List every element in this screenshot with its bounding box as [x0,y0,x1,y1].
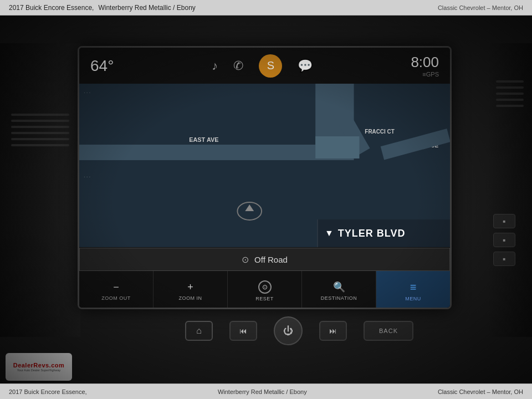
back-button[interactable]: BACK [364,321,413,341]
zoom-in-icon: + [187,282,193,293]
street-arrow-icon: ▼ [325,228,334,238]
svg-text:FRACCI CT: FRACCI CT [365,129,394,135]
dashboard: ■ ■ ■ 64° ♪ ✆ S 💬 [0,16,532,383]
home-button[interactable]: ⌂ [185,321,213,341]
logo-tagline: Your Auto Dealer SuperHighway [17,369,61,372]
vent-slots-left [11,110,69,150]
menu-button[interactable]: ≡ MENU [376,271,450,309]
dealer-logo: DealerRevs.com Your Auto Dealer SuperHig… [6,353,72,381]
infotainment-screen[interactable]: 64° ♪ ✆ S 💬 8:00 ≡GPS [78,46,452,309]
zoom-out-label: ZOOM OUT [101,295,131,301]
right-side-buttons: ■ ■ ■ [493,209,515,270]
top-car-color: Winterberry Red Metallic / Ebony [98,4,195,12]
top-bar-left: 2017 Buick Encore Essence, Winterberry R… [9,4,196,12]
svg-rect-1 [79,145,354,160]
zoom-in-button[interactable]: + ZOOM IN [154,271,228,309]
gps-label: ≡GPS [411,71,439,78]
bottom-car-model: 2017 Buick Encore Essence, [9,388,87,395]
prev-track-button[interactable]: ⏮ [229,321,257,341]
siri-icon[interactable]: S [259,54,282,78]
vent-slots-right [496,76,524,111]
bottom-car-color: Winterberry Red Metallic / Ebony [218,388,307,395]
destination-button[interactable]: 🔍 DESTINATION [302,271,376,309]
left-vent-area [0,43,80,337]
street-name: TYLER BLVD [338,228,406,239]
temperature: 64° [90,57,114,74]
watermark-top-left: ... [84,88,91,94]
off-road-text: Off Road [254,255,288,264]
photo-area: ■ ■ ■ 64° ♪ ✆ S 💬 [0,16,532,383]
screen-time: 8:00 ≡GPS [411,54,439,78]
screen-top-bar: 64° ♪ ✆ S 💬 8:00 ≡GPS [79,48,450,84]
next-track-button[interactable]: ⏭ [319,321,347,341]
bottom-dealer: Classic Chevrolet – Mentor, OH [438,388,523,395]
svg-text:EAST AVE: EAST AVE [189,136,218,143]
menu-icon: ≡ [410,281,417,294]
power-button[interactable]: ⏻ [274,316,303,345]
top-dealer: Classic Chevrolet – Mentor, OH [438,4,523,11]
reset-label: RESET [255,296,274,301]
music-icon[interactable]: ♪ [212,59,218,73]
reset-icon: ⊙ [258,280,272,294]
temperature-display: 64° [90,57,114,75]
chat-icon[interactable]: 💬 [298,59,313,73]
bottom-bar: 2017 Buick Encore Essence, Winterberry R… [0,383,532,399]
top-bar: 2017 Buick Encore Essence, Winterberry R… [0,0,532,16]
zoom-out-button[interactable]: − ZOOM OUT [79,271,154,309]
top-car-model: 2017 Buick Encore Essence, [9,4,94,12]
right-vent-area: ■ ■ ■ [488,43,532,337]
logo-site: DealerRevs.com [13,362,65,369]
off-road-icon: ⊙ [242,254,249,265]
destination-label: DESTINATION [321,295,357,301]
time-display: 8:00 [411,54,439,71]
zoom-out-icon: − [113,282,119,293]
svg-rect-8 [315,136,359,158]
destination-icon: 🔍 [333,281,345,293]
reset-button[interactable]: ⊙ RESET [228,271,302,309]
hardware-button-row: ⌂ ⏮ ⏻ ⏭ BACK [111,309,488,353]
street-name-bar: ▼ TYLER BLVD [317,219,450,247]
phone-icon[interactable]: ✆ [233,59,243,73]
zoom-in-label: ZOOM IN [179,295,202,301]
map-area[interactable]: EAST AVE FRACCI CT CE [79,84,450,247]
screen-icons: ♪ ✆ S 💬 [212,54,313,78]
back-label: BACK [379,328,398,334]
screen-controls: − ZOOM OUT + ZOOM IN ⊙ RESET 🔍 DESTINATI… [79,271,450,309]
menu-label: MENU [405,296,421,301]
watermark-mid-left: ... [84,172,91,178]
off-road-bar[interactable]: ⊙ Off Road [79,248,450,271]
